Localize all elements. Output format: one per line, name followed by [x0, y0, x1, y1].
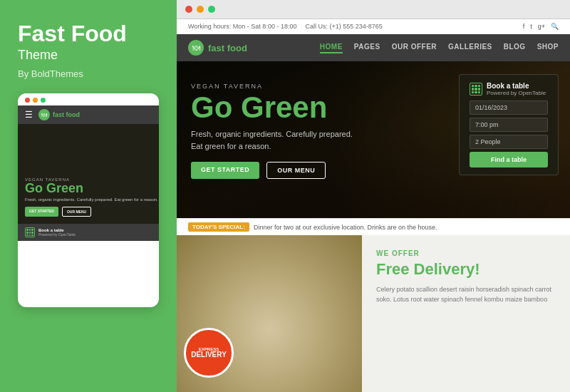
mobile-hero-heading: Go Green	[25, 182, 158, 195]
delivery-description: Celery potato scallion desert raisin hor…	[376, 284, 556, 305]
site-hero-content: VEGAN TAVERNA Go Green Fresh, organic in…	[191, 83, 353, 179]
book-table-title-block: Book a table Powered by OpenTable	[487, 82, 546, 96]
mobile-our-menu-button[interactable]: OUR MENU	[62, 207, 91, 217]
book-table-calendar-icon	[470, 83, 482, 96]
mobile-top-bar	[18, 93, 159, 105]
mobile-hero: VEGAN TAVERNA Go Green Fresh, organic in…	[18, 124, 159, 224]
book-table-date-input[interactable]: 01/16/2023	[470, 100, 548, 115]
hero-get-started-button[interactable]: GET STARTED	[191, 162, 259, 179]
browser-dot-green	[208, 6, 215, 13]
todays-special-label: TODAY'S SPECIAL:	[188, 222, 249, 232]
topbar-left: Working hours: Mon - Sat 8:00 - 18:00 Ca…	[188, 23, 383, 30]
hero-buttons: GET STARTED OUR MENU	[191, 162, 353, 179]
site-hero: VEGAN TAVERNA Go Green Fresh, organic in…	[177, 61, 570, 218]
nav-link-our-offer[interactable]: OUR OFFER	[392, 43, 437, 53]
express-main-text: DELIVERY	[191, 351, 227, 359]
hero-heading: Go Green	[191, 93, 353, 123]
we-offer-label: WE OFFER	[376, 249, 556, 257]
mobile-book-info: Book a table Powered by OpenTable	[38, 228, 76, 237]
working-hours: Working hours: Mon - Sat 8:00 - 18:00	[188, 23, 296, 30]
hero-vegan-tag: VEGAN TAVERNA	[191, 83, 353, 90]
site-logo-icon: 🍽	[188, 40, 204, 56]
book-table-subtitle: Powered by OpenTable	[487, 90, 546, 96]
mobile-get-started-button[interactable]: GET STARTED	[25, 207, 58, 217]
food-image: EXPRESS DELIVERY	[177, 235, 362, 392]
mobile-hero-content: VEGAN TAVERNA Go Green Fresh, organic in…	[25, 177, 158, 217]
book-table-widget: Book a table Powered by OpenTable 01/16/…	[459, 74, 559, 175]
nav-link-blog[interactable]: BLOG	[504, 43, 526, 53]
website-mockup: Working hours: Mon - Sat 8:00 - 18:00 Ca…	[177, 19, 570, 392]
mobile-book-bar: Book a table Powered by OpenTable	[18, 224, 159, 241]
app-author: By BoldThemes	[18, 68, 159, 79]
call-us: Call Us: (+1) 555 234-8765	[305, 23, 382, 30]
mobile-mockup: ☰ 🍽 fast food VEGAN TAVERNA Go Green Fre…	[18, 93, 159, 307]
right-panel: Working hours: Mon - Sat 8:00 - 18:00 Ca…	[177, 0, 570, 392]
book-table-header: Book a table Powered by OpenTable	[470, 82, 548, 96]
mobile-dots	[25, 98, 46, 103]
social-twitter[interactable]: t	[530, 23, 532, 30]
book-table-time-input[interactable]: 7:00 pm	[470, 118, 548, 132]
hero-our-menu-button[interactable]: OUR MENU	[266, 162, 326, 179]
social-search-icon[interactable]: 🔍	[551, 23, 559, 30]
delivery-heading-free: Free	[376, 260, 409, 278]
site-nav: 🍽 fast food HOME PAGES OUR OFFER GALLERI…	[177, 34, 570, 61]
mobile-dot-yellow	[33, 98, 38, 103]
app-subtitle: Theme	[18, 48, 159, 63]
mobile-dot-red	[25, 98, 30, 103]
mobile-nav-bar: ☰ 🍽 fast food	[18, 105, 159, 124]
mobile-logo: 🍽 fast food	[38, 109, 80, 120]
mobile-hero-buttons: GET STARTED OUR MENU	[25, 207, 158, 217]
topbar-right: f t g+ 🔍	[523, 23, 559, 30]
social-facebook[interactable]: f	[523, 23, 525, 30]
delivery-heading: Free Delivery!	[376, 260, 556, 279]
mobile-book-subtitle: Powered by OpenTable	[38, 232, 76, 237]
nav-link-galleries[interactable]: GALLERIES	[448, 43, 492, 53]
nav-link-shop[interactable]: SHOP	[537, 43, 559, 53]
site-nav-links: HOME PAGES OUR OFFER GALLERIES BLOG SHOP	[320, 43, 559, 53]
browser-chrome	[177, 0, 570, 19]
find-table-button[interactable]: Find a table	[470, 152, 548, 167]
mobile-book-calendar-icon	[25, 227, 35, 237]
hamburger-icon: ☰	[25, 110, 33, 120]
nav-link-home[interactable]: HOME	[320, 43, 343, 53]
site-logo: 🍽 fast food	[188, 40, 247, 56]
nav-link-pages[interactable]: PAGES	[354, 43, 380, 53]
todays-special-text: Dinner for two at our exclusive location…	[254, 224, 437, 231]
browser-dot-yellow	[197, 6, 204, 13]
mobile-logo-icon: 🍽	[38, 109, 50, 120]
express-badge-circle: EXPRESS DELIVERY	[184, 328, 234, 378]
book-table-title: Book a table	[487, 82, 546, 90]
hero-subheading: Fresh, organic ingredients. Carefully pr…	[191, 128, 353, 152]
site-topbar: Working hours: Mon - Sat 8:00 - 18:00 Ca…	[177, 19, 570, 34]
site-logo-text: fast food	[208, 43, 247, 53]
mobile-hero-subtext: Fresh, organic ingredients. Carefully pr…	[25, 197, 158, 202]
mobile-logo-text: fast food	[53, 111, 80, 118]
mobile-dot-green	[41, 98, 46, 103]
book-table-guests-input[interactable]: 2 People	[470, 135, 548, 149]
app-title: Fast Food	[18, 21, 159, 46]
browser-dot-red	[185, 6, 192, 13]
site-bottom-section: EXPRESS DELIVERY WE OFFER Free Delivery!…	[177, 235, 570, 392]
bottom-text-section: WE OFFER Free Delivery! Celery potato sc…	[362, 235, 570, 392]
express-delivery-badge: EXPRESS DELIVERY	[184, 328, 234, 378]
social-googleplus[interactable]: g+	[538, 23, 545, 30]
left-panel: Fast Food Theme By BoldThemes ☰ 🍽 fast f…	[0, 0, 177, 392]
delivery-heading-rest: Delivery!	[409, 260, 480, 278]
todays-special-bar: TODAY'S SPECIAL: Dinner for two at our e…	[177, 218, 570, 235]
